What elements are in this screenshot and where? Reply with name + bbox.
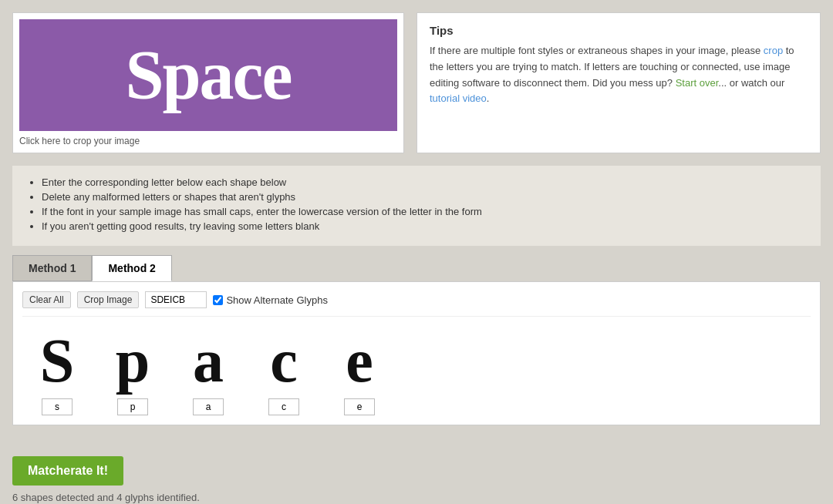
glyph-item: c xyxy=(249,326,319,415)
sample-image-text: Space xyxy=(126,35,292,115)
glyph-letter-input[interactable] xyxy=(344,398,375,415)
glyph-item: p xyxy=(98,326,167,415)
tips-text: If there are multiple font styles or ext… xyxy=(430,43,808,107)
glyph-char: a xyxy=(174,326,243,395)
tips-text-after-start: ... or watch our xyxy=(718,77,784,89)
matcherate-button[interactable]: Matcherate It! xyxy=(12,456,123,486)
crop-hint[interactable]: Click here to crop your image xyxy=(19,136,397,146)
glyph-letter-input[interactable] xyxy=(193,398,224,415)
instruction-item: Enter the corresponding letter below eac… xyxy=(42,176,805,188)
instruction-item: If the font in your sample image has sma… xyxy=(42,206,805,217)
instructions-list: Enter the corresponding letter below eac… xyxy=(28,176,805,232)
show-alternate-glyphs-label: Show Alternate Glyphs xyxy=(213,294,328,306)
tips-panel: Tips If there are multiple font styles o… xyxy=(416,12,821,153)
instructions-section: Enter the corresponding letter below eac… xyxy=(12,166,821,246)
glyph-char: c xyxy=(249,326,319,395)
image-panel: Space Click here to crop your image xyxy=(12,12,404,153)
tab-method1[interactable]: Method 1 xyxy=(12,255,92,281)
glyph-item: e xyxy=(325,326,394,415)
method-panel: Clear All Crop Image Show Alternate Glyp… xyxy=(12,281,821,425)
glyphs-area: Space xyxy=(22,326,811,415)
bottom-section: Matcherate It! 6 shapes detected and 4 g… xyxy=(0,450,833,504)
tips-text-end: . xyxy=(487,92,490,104)
instruction-item: If you aren't getting good results, try … xyxy=(42,220,805,232)
tabs-container: Method 1 Method 2 xyxy=(12,255,821,281)
sample-image[interactable]: Space xyxy=(19,19,397,131)
show-alternate-glyphs-text: Show Alternate Glyphs xyxy=(226,294,328,306)
toolbar: Clear All Crop Image Show Alternate Glyp… xyxy=(22,291,811,317)
glyph-letter-input[interactable] xyxy=(42,398,73,415)
glyph-char: e xyxy=(325,326,394,395)
start-over-link[interactable]: Start over xyxy=(676,77,719,89)
glyph-letter-input[interactable] xyxy=(117,398,148,415)
crop-image-button[interactable]: Crop Image xyxy=(77,291,140,308)
instruction-item: Delete any malformed letters or shapes t… xyxy=(42,191,805,203)
glyph-letter-input[interactable] xyxy=(268,398,299,415)
tips-title: Tips xyxy=(430,24,808,37)
status-text: 6 shapes detected and 4 glyphs identifie… xyxy=(12,492,821,503)
tips-text-before-crop: If there are multiple font styles or ext… xyxy=(430,45,764,56)
glyph-input-field[interactable] xyxy=(145,291,207,308)
show-alternate-glyphs-checkbox[interactable] xyxy=(213,295,223,305)
tutorial-link[interactable]: tutorial video xyxy=(430,92,487,104)
glyph-char: p xyxy=(98,326,167,395)
crop-link[interactable]: crop xyxy=(764,45,783,56)
glyph-item: a xyxy=(174,326,243,415)
glyph-char: S xyxy=(22,326,92,395)
clear-all-button[interactable]: Clear All xyxy=(22,291,71,308)
glyph-item: S xyxy=(22,326,92,415)
tab-method2[interactable]: Method 2 xyxy=(92,255,171,281)
